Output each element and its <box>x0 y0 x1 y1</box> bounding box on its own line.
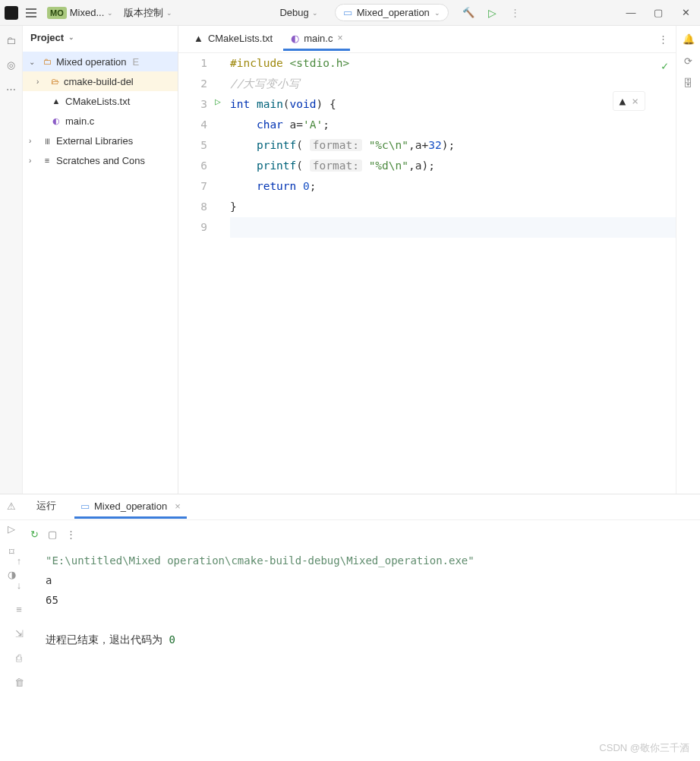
minimize-button[interactable]: — <box>621 4 641 22</box>
code-editor[interactable]: 123456789 ▷ #include <stdio.h> //大写变小写 i… <box>178 53 676 494</box>
folder-icon[interactable]: 🗀 <box>5 33 18 47</box>
project-tree: ⌄ 🗀 Mixed operation E › 🗁 cmake-build-de… <box>23 49 178 173</box>
panel-title: Project <box>30 32 64 43</box>
close-icon[interactable]: × <box>175 500 181 512</box>
run-panel: 运行 ▭ Mixed_operation × ↻ ▢ ⋮ ↑ ↓ ≡ ⇲ ⎙ 🗑… <box>0 494 700 761</box>
console-exit-line: 进程已结束，退出代码为 0 <box>46 630 692 649</box>
main-menu-icon[interactable] <box>23 5 39 21</box>
tree-file-main[interactable]: ◐ main.c <box>23 111 178 131</box>
close-icon[interactable]: × <box>632 95 639 107</box>
close-icon[interactable]: × <box>337 33 342 43</box>
library-icon: ⫼ <box>41 134 53 147</box>
tree-suffix: E <box>133 56 140 68</box>
close-button[interactable]: ✕ <box>676 4 695 22</box>
app-icon <box>5 6 18 20</box>
watermark: CSDN @敬你三千酒 <box>599 741 689 755</box>
console-line: a <box>46 570 692 590</box>
scroll-end-icon[interactable]: ⇲ <box>11 625 27 642</box>
cmake-reload-icon: ▲ <box>620 95 626 107</box>
tree-label: main.c <box>65 115 94 127</box>
chevron-down-icon: ⌄ <box>434 9 440 17</box>
project-panel-header[interactable]: Project ⌄ <box>23 26 178 49</box>
run-tab-label: Mixed_operation <box>94 500 167 512</box>
run-play-icon[interactable]: ▷ <box>4 521 19 536</box>
chevron-down-icon: ⌄ <box>312 9 318 17</box>
ai-icon[interactable]: ⟳ <box>684 55 692 67</box>
chevron-right-icon: › <box>29 137 38 145</box>
tab-cmakelists[interactable]: ▲ CMakeLists.txt <box>186 28 280 51</box>
tree-label: External Libraries <box>56 135 133 147</box>
debug-icon[interactable]: ◑ <box>4 567 19 582</box>
window-icon: ▭ <box>343 7 352 18</box>
more-icon[interactable]: ⋮ <box>510 7 520 18</box>
project-name: Mixed... <box>70 7 105 18</box>
problems-ok-icon[interactable]: ✓ <box>661 59 668 73</box>
right-toolbar: 🔔 ⟳ 🗄 <box>676 26 700 494</box>
folder-icon: 🗀 <box>41 55 53 68</box>
project-panel: Project ⌄ ⌄ 🗀 Mixed operation E › 🗁 cmak… <box>23 26 178 494</box>
chevron-right-icon: › <box>36 77 46 86</box>
chevron-down-icon: ⌄ <box>68 33 74 41</box>
run-config-dropdown[interactable]: ▭ Mixed_operation ⌄ <box>335 4 449 21</box>
trash-icon[interactable]: 🗑 <box>11 674 27 690</box>
cmake-file-icon: ▲ <box>194 33 203 44</box>
structure-icon[interactable]: ⋯ <box>5 82 18 96</box>
tree-file-cmake[interactable]: ▲ CMakeLists.txt <box>23 91 178 111</box>
cmake-file-icon: ▲ <box>50 95 62 107</box>
project-dropdown[interactable]: MO Mixed... ⌄ <box>44 5 116 21</box>
tree-root[interactable]: ⌄ 🗀 Mixed operation E <box>23 52 178 71</box>
tree-label: CMakeLists.txt <box>65 96 130 107</box>
c-file-icon: ◐ <box>50 115 62 127</box>
notifications-icon[interactable]: 🔔 <box>683 33 695 45</box>
project-badge: MO <box>47 7 67 19</box>
soft-wrap-icon[interactable]: ≡ <box>11 601 27 617</box>
console-path: "E:\untitled\Mixed operation\cmake-build… <box>46 551 692 570</box>
run-config-tab[interactable]: ▭ Mixed_operation × <box>74 496 187 519</box>
folder-open-icon: 🗁 <box>49 75 61 87</box>
scratch-icon: ≡ <box>41 154 53 166</box>
config-label: Debug <box>279 7 308 18</box>
tab-label: CMakeLists.txt <box>208 33 273 44</box>
bottom-left-toolbar: ⚠ ▷ ⌑ ◑ <box>0 494 23 582</box>
tree-scratches[interactable]: › ≡ Scratches and Cons <box>23 150 178 170</box>
tree-label: Scratches and Cons <box>56 155 145 166</box>
gutter: 123456789 <box>178 53 213 494</box>
rerun-icon[interactable]: ↻ <box>30 529 39 540</box>
editor-area: ▲ CMakeLists.txt ◐ main.c × ⋮ 123456789 … <box>178 26 676 494</box>
run-config-label: Mixed_operation <box>357 7 430 18</box>
run-icon[interactable]: ▷ <box>488 7 497 19</box>
console-line: 65 <box>46 590 692 610</box>
console-output[interactable]: "E:\untitled\Mixed operation\cmake-build… <box>38 548 700 761</box>
inspection-widget[interactable]: ▲ × <box>613 91 645 111</box>
chevron-down-icon: ⌄ <box>29 58 38 66</box>
tree-external-libs[interactable]: › ⫼ External Libraries <box>23 131 178 150</box>
stop-icon[interactable]: ▢ <box>48 529 57 540</box>
tree-label: cmake-build-del <box>64 76 134 87</box>
warning-icon[interactable]: ⚠ <box>4 498 19 513</box>
left-toolbar: 🗀 ◎ ⋯ <box>0 26 23 494</box>
more-icon[interactable]: ⋮ <box>66 529 76 540</box>
tree-folder[interactable]: › 🗁 cmake-build-del <box>23 71 178 91</box>
terminal-icon[interactable]: ⌑ <box>4 544 19 559</box>
run-toolbar: ↻ ▢ ⋮ <box>0 520 700 548</box>
vcs-label: 版本控制 <box>124 6 163 20</box>
tab-menu-icon[interactable]: ⋮ <box>658 33 668 45</box>
maximize-button[interactable]: ▢ <box>648 4 668 22</box>
window-icon: ▭ <box>80 500 90 512</box>
tree-label: Mixed operation <box>56 56 127 68</box>
run-gutter-icon[interactable]: ▷ <box>215 96 221 107</box>
code-body: #include <stdio.h> //大写变小写 int main(void… <box>213 53 676 494</box>
build-config-dropdown[interactable]: Debug ⌄ <box>276 5 320 20</box>
main-area: 🗀 ◎ ⋯ Project ⌄ ⌄ 🗀 Mixed operation E › … <box>0 26 700 494</box>
vcs-dropdown[interactable]: 版本控制 ⌄ <box>121 5 175 21</box>
chevron-down-icon: ⌄ <box>166 9 172 17</box>
c-file-icon: ◐ <box>291 33 299 44</box>
print-icon[interactable]: ⎙ <box>11 649 27 666</box>
commit-icon[interactable]: ◎ <box>5 58 18 71</box>
database-icon[interactable]: 🗄 <box>683 77 693 89</box>
chevron-right-icon: › <box>29 156 38 165</box>
run-panel-tabs: 运行 ▭ Mixed_operation × <box>0 494 700 520</box>
build-icon[interactable]: 🔨 <box>462 7 475 18</box>
tab-main-c[interactable]: ◐ main.c × <box>283 28 350 51</box>
run-tab[interactable]: 运行 <box>30 494 62 519</box>
